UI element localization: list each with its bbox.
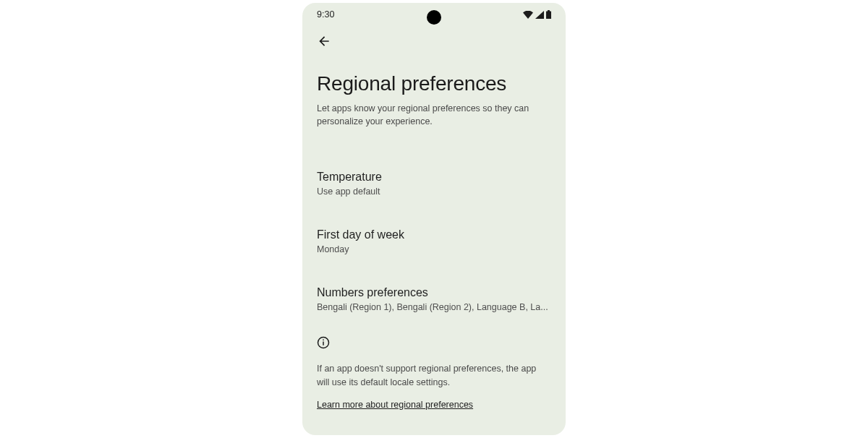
setting-first-day-of-week[interactable]: First day of week Monday bbox=[317, 220, 551, 262]
info-icon bbox=[317, 336, 330, 349]
info-text: If an app doesn't support regional prefe… bbox=[317, 362, 551, 390]
setting-title: Temperature bbox=[317, 171, 551, 184]
camera-cutout bbox=[427, 10, 441, 25]
info-section: If an app doesn't support regional prefe… bbox=[317, 336, 551, 411]
svg-rect-0 bbox=[546, 12, 551, 20]
status-icons bbox=[523, 10, 551, 19]
setting-value: Bengali (Region 1), Bengali (Region 2), … bbox=[317, 302, 551, 312]
svg-rect-3 bbox=[323, 342, 324, 345]
setting-numbers-preferences[interactable]: Numbers preferences Bengali (Region 1), … bbox=[317, 278, 551, 320]
svg-rect-4 bbox=[323, 340, 324, 341]
content-area: Regional preferences Let apps know your … bbox=[302, 72, 566, 411]
status-time: 9:30 bbox=[317, 9, 334, 20]
status-bar: 9:30 bbox=[302, 3, 566, 26]
phone-frame: 9:30 Regional preferences Let apps know … bbox=[302, 3, 566, 435]
page-title: Regional preferences bbox=[317, 72, 551, 95]
page-subtitle: Let apps know your regional preferences … bbox=[317, 103, 551, 128]
nav-bar bbox=[302, 26, 566, 56]
setting-value: Monday bbox=[317, 244, 551, 254]
learn-more-link[interactable]: Learn more about regional preferences bbox=[317, 400, 473, 410]
setting-temperature[interactable]: Temperature Use app default bbox=[317, 163, 551, 205]
setting-value: Use app default bbox=[317, 186, 551, 197]
signal-icon bbox=[535, 11, 544, 19]
battery-icon bbox=[546, 10, 551, 19]
back-button[interactable] bbox=[312, 30, 336, 53]
setting-title: First day of week bbox=[317, 228, 551, 241]
back-arrow-icon bbox=[317, 34, 331, 48]
setting-title: Numbers preferences bbox=[317, 286, 551, 299]
svg-rect-1 bbox=[548, 10, 550, 12]
settings-list: Temperature Use app default First day of… bbox=[317, 163, 551, 320]
wifi-icon bbox=[523, 11, 533, 19]
